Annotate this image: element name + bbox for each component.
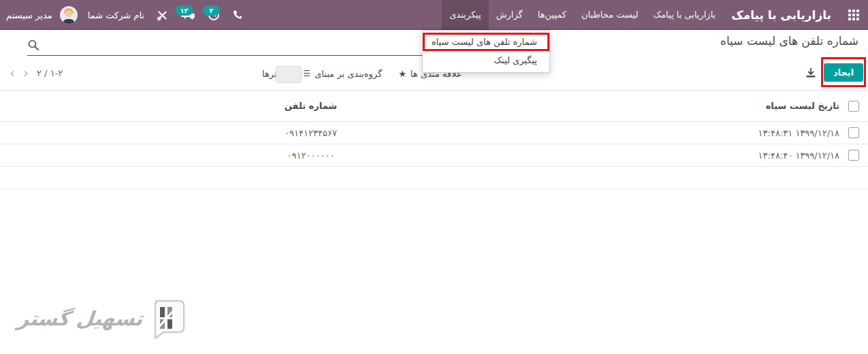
pager-prev-icon[interactable]: ‹ (10, 67, 15, 79)
configuration-dropdown: شماره تلفن های لیست سیاه پیگیری لینک (422, 30, 550, 73)
row-checkbox-cell (839, 150, 868, 161)
app-brand-title[interactable]: بازاریابی با پیامک (723, 8, 839, 22)
messages-badge: ۱۲ (176, 5, 193, 16)
dropdown-item-link-tracker[interactable]: پیگیری لینک (423, 51, 549, 69)
activities-icon[interactable]: ۴ (202, 0, 226, 30)
pager-range: ۱-۲ / ۲ (37, 68, 63, 78)
search-icon (27, 39, 39, 51)
filters-button[interactable]: فیلترها (262, 69, 287, 79)
watermark-logo-icon (148, 298, 187, 339)
select-all-cell (839, 101, 868, 112)
company-switcher[interactable]: نام شرکت شما (82, 10, 150, 20)
user-avatar[interactable] (60, 6, 78, 24)
phone-column-header[interactable]: شماره تلفن (0, 101, 622, 111)
phone-number-cell: ۰۹۱۲۰۰۰۰۰۰ (0, 150, 622, 161)
apps-grid-icon[interactable] (839, 0, 868, 30)
menu-contact-lists[interactable]: لیست مخاطبان (574, 0, 645, 30)
create-button[interactable]: ایجاد (824, 63, 863, 82)
table-header-row: تاریخ لیست سیاه شماره تلفن (0, 90, 868, 122)
row-checkbox[interactable] (848, 150, 859, 161)
group-by-label: گروه‌بندی بر مبنای (315, 69, 382, 79)
table-row[interactable]: ۱۳۹۹/۱۲/۱۸ ۱۳:۴۸:۳۱ ۰۹۱۴۱۲۳۴۵۶۷ (0, 122, 868, 144)
menu-sms-marketing[interactable]: بازاریابی با پیامک (646, 0, 724, 30)
avatar-face (65, 10, 72, 17)
pager: ‹ › ۱-۲ / ۲ (10, 65, 63, 80)
tools-icon[interactable] (150, 0, 174, 30)
activities-badge: ۴ (203, 5, 220, 16)
apps-grid-icon (848, 10, 859, 20)
blacklist-date-cell: ۱۳۹۹/۱۲/۱۸ ۱۳:۴۸:۳۱ (622, 128, 839, 138)
watermark-text: تسهیل گستر (16, 307, 144, 330)
vendor-watermark: تسهیل گستر (18, 298, 187, 339)
create-button-annotation: ایجاد (821, 57, 866, 87)
avatar-suit (63, 19, 75, 24)
date-column-header[interactable]: تاریخ لیست سیاه (622, 101, 839, 111)
blacklist-date-cell: ۱۳۹۹/۱۲/۱۸ ۱۳:۴۸:۴۰ (622, 150, 839, 161)
blacklist-table: تاریخ لیست سیاه شماره تلفن ۱۳۹۹/۱۲/۱۸ ۱۳… (0, 90, 868, 189)
app-window: بازاریابی با پیامک بازاریابی با پیامک لی… (0, 0, 868, 354)
phone-number-cell: ۰۹۱۴۱۲۳۴۵۶۷ (0, 128, 622, 138)
phone-icon[interactable] (226, 0, 250, 30)
pager-next-icon[interactable]: › (23, 67, 29, 79)
menu-reporting[interactable]: گزارش (489, 0, 530, 30)
top-navbar: بازاریابی با پیامک بازاریابی با پیامک لی… (0, 0, 868, 30)
systray: ۴ ۱۲ (0, 0, 250, 30)
row-checkbox-cell (839, 127, 868, 138)
user-menu[interactable]: مدیر سیستم (0, 10, 59, 20)
select-all-checkbox[interactable] (848, 101, 859, 112)
group-by-bars-icon: ☰ (303, 69, 310, 78)
cursor-tooltip-artifact (276, 66, 302, 83)
page-title: شماره تلفن های لیست سیاه (720, 34, 858, 48)
empty-table-row (0, 167, 868, 189)
table-row[interactable]: ۱۳۹۹/۱۲/۱۸ ۱۳:۴۸:۴۰ ۰۹۱۲۰۰۰۰۰۰ (0, 144, 868, 167)
row-checkbox[interactable] (848, 127, 859, 138)
favorites-star-icon: ★ (398, 69, 406, 78)
export-download-icon[interactable] (805, 67, 817, 79)
menu-configuration[interactable]: پیکربندی (442, 0, 488, 30)
group-by-button[interactable]: ☰ گروه‌بندی بر مبنای (303, 69, 382, 79)
dropdown-item-blacklisted-numbers[interactable]: شماره تلفن های لیست سیاه (423, 33, 549, 51)
menu-campaigns[interactable]: کمپین‌ها (530, 0, 574, 30)
messages-icon[interactable]: ۱۲ (174, 0, 202, 30)
